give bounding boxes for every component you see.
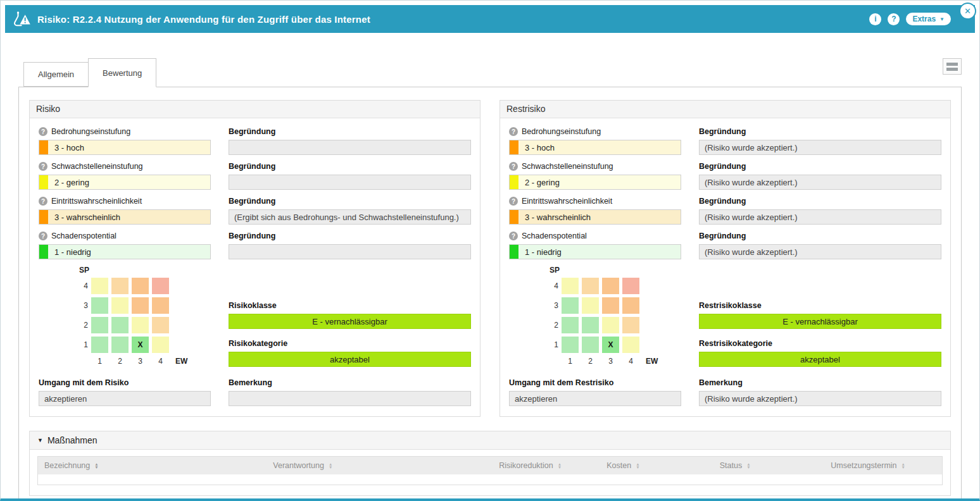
rating-select[interactable]: 2 - gering (39, 175, 211, 190)
matrix-cell[interactable] (91, 278, 108, 294)
view-toggle-bar-icon (946, 68, 958, 71)
reason-field[interactable] (229, 175, 471, 190)
matrix-cell[interactable] (582, 278, 599, 294)
reason-field[interactable]: (Risiko wurde akzeptiert.) (699, 140, 941, 155)
measures-section-header[interactable]: ▼ Maßnahmen (30, 431, 950, 450)
risk-handling-field[interactable]: akzeptieren (39, 391, 211, 406)
remark-field[interactable] (229, 391, 471, 406)
sort-icons: ▲▼ (746, 462, 750, 469)
reason-field[interactable]: (Risiko wurde akzeptiert.) (699, 209, 941, 225)
matrix-cell[interactable] (582, 297, 599, 314)
reason-field[interactable] (229, 244, 471, 259)
titlebar-actions: i ? Extras ▼ (869, 13, 967, 25)
chevron-down-icon: ▼ (939, 16, 945, 22)
column-header-status[interactable]: Status▲▼ (713, 457, 825, 474)
help-icon[interactable]: ? (39, 197, 47, 206)
reason-field[interactable]: (Risiko wurde akzeptiert.) (699, 175, 941, 190)
matrix-cell[interactable] (152, 297, 169, 314)
matrix-cell[interactable] (562, 337, 579, 353)
matrix-cell[interactable] (622, 297, 639, 314)
risk-category-value: akzeptabel (699, 352, 941, 367)
help-icon[interactable]: ? (39, 127, 47, 136)
matrix-cell[interactable] (562, 278, 579, 294)
sort-icons: ▲▼ (636, 462, 639, 469)
column-header-bezeichnung[interactable]: Bezeichnung▲▼ (38, 457, 267, 474)
matrix-cell[interactable] (132, 278, 149, 294)
matrix-cell[interactable] (602, 317, 619, 333)
extras-button[interactable]: Extras ▼ (906, 13, 951, 25)
help-icon[interactable]: ? (509, 197, 518, 206)
rating-color-bar (510, 245, 518, 259)
rating-select[interactable]: 2 - gering (509, 175, 681, 190)
collapse-caret-icon: ▼ (37, 437, 43, 443)
view-toggle-button[interactable] (943, 58, 962, 75)
matrix-cell[interactable] (91, 317, 108, 333)
column-header-umsetzungstermin[interactable]: Umsetzungstermin▲▼ (824, 457, 942, 474)
matrix-row: 3 (78, 297, 211, 314)
matrix-cell[interactable] (562, 297, 579, 314)
matrix-cell[interactable] (562, 317, 579, 333)
reason-field[interactable] (229, 140, 471, 155)
matrix-cell[interactable] (582, 317, 599, 333)
matrix-row: 2 (78, 317, 211, 333)
measures-section: ▼ Maßnahmen Bezeichnung▲▼Verantwortung▲▼… (29, 431, 951, 496)
rating-label: Bedrohungseinstufung (51, 127, 130, 136)
column-header-kosten[interactable]: Kosten▲▼ (600, 457, 713, 474)
matrix-cell[interactable] (622, 278, 639, 294)
matrix-cell[interactable] (602, 297, 619, 314)
close-button[interactable]: ✕ (959, 3, 976, 20)
matrix-cell[interactable] (91, 297, 108, 314)
matrix-cell[interactable] (152, 337, 169, 353)
info-icon[interactable]: i (869, 13, 881, 25)
matrix-cell[interactable] (622, 337, 639, 353)
reason-field[interactable]: (Ergibt sich aus Bedrohungs- und Schwach… (229, 209, 471, 225)
matrix-cell[interactable] (622, 317, 639, 333)
risk-matrix: SP4321X1234EW (78, 266, 211, 367)
rating-color-bar (39, 210, 48, 224)
matrix-cell[interactable] (111, 317, 129, 333)
rating-select[interactable]: 1 - niedrig (509, 244, 681, 259)
column-header-verantwortung[interactable]: Verantwortung▲▼ (267, 457, 493, 474)
rating-select[interactable]: 1 - niedrig (39, 244, 211, 259)
matrix-cell[interactable] (152, 317, 169, 333)
rating-row: ?Schadenspotential1 - niedrigBegründung(… (509, 230, 941, 259)
help-icon[interactable]: ? (39, 162, 47, 171)
matrix-cell[interactable] (111, 278, 129, 294)
risk-class-label: Restrisikoklasse (699, 300, 941, 311)
help-icon[interactable]: ? (509, 162, 518, 171)
help-icon[interactable]: ? (39, 232, 47, 240)
column-header-risikoreduktion[interactable]: Risikoreduktion▲▼ (493, 457, 600, 474)
reason-field[interactable]: (Risiko wurde akzeptiert.) (699, 244, 941, 259)
help-icon[interactable]: ? (509, 232, 518, 240)
rating-value: 1 - niedrig (525, 247, 562, 257)
rating-select[interactable]: 3 - wahrscheinlich (509, 209, 681, 225)
panel-restrisiko: Restrisiko?Bedrohungseinstufung3 - hochB… (499, 100, 951, 417)
rating-select[interactable]: 3 - wahrscheinlich (39, 209, 211, 225)
matrix-cell[interactable] (582, 337, 599, 353)
matrix-row: 1X (548, 337, 681, 353)
help-icon[interactable]: ? (888, 13, 900, 25)
matrix-cell[interactable] (111, 337, 129, 353)
matrix-cell[interactable] (132, 297, 149, 314)
matrix-cell[interactable] (132, 317, 149, 333)
rating-cell: ?Schwachstelleneinstufung2 - gering (509, 161, 681, 190)
risk-handling-field[interactable]: akzeptieren (509, 391, 681, 406)
tab-bewertung[interactable]: Bewertung (88, 58, 156, 87)
matrix-cell[interactable] (602, 278, 619, 294)
rating-label: Eintrittswahrscheinlichkeit (51, 197, 142, 206)
reason-cell: Begründung(Risiko wurde akzeptiert.) (699, 161, 941, 190)
matrix-row-label: 2 (78, 321, 88, 330)
matrix-cell[interactable]: X (132, 337, 149, 353)
matrix-cell[interactable]: X (602, 337, 619, 353)
matrix-cell[interactable] (152, 278, 169, 294)
help-icon[interactable]: ? (509, 127, 518, 136)
matrix-and-class-row: SP4321X1234EWRestrisikoklasseE - vernach… (509, 266, 941, 367)
matrix-cell[interactable] (91, 337, 108, 353)
handling-row: Umgang mit dem RisikoakzeptierenBemerkun… (39, 377, 471, 406)
tab-allgemein[interactable]: Allgemein (23, 62, 89, 87)
rating-select[interactable]: 3 - hoch (39, 140, 211, 155)
remark-field[interactable]: (Risiko wurde akzeptiert.) (699, 391, 941, 406)
matrix-cell[interactable] (111, 297, 129, 314)
rating-select[interactable]: 3 - hoch (509, 140, 681, 155)
panel-body: ?Bedrohungseinstufung3 - hochBegründung?… (30, 118, 480, 416)
